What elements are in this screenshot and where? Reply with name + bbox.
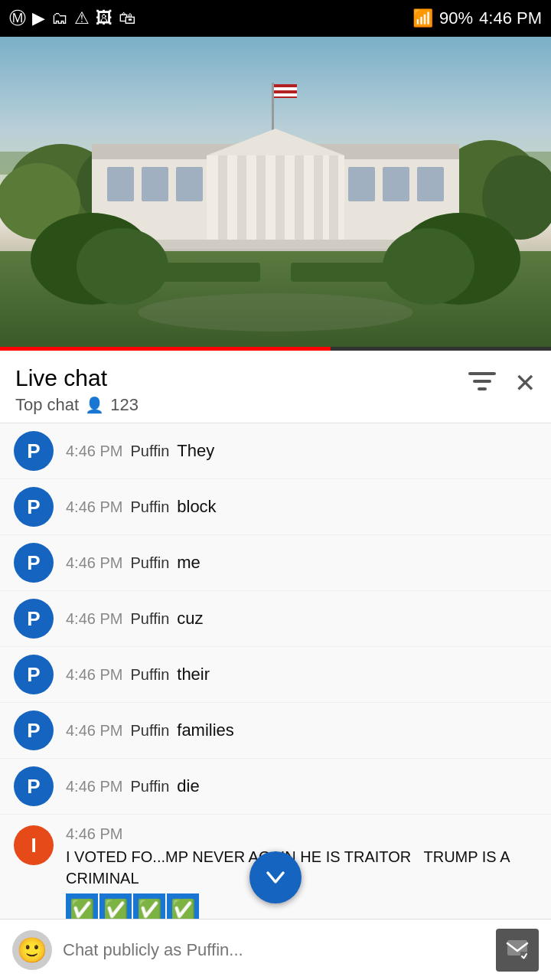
chat-item-6: P 4:46 PM Puffin families	[0, 703, 551, 759]
chat-message-1: They	[177, 441, 214, 461]
svg-rect-29	[153, 240, 398, 249]
livechat-header-left: Live chat Top chat 👤 123	[15, 364, 139, 415]
livechat-subtitle: Top chat 👤 123	[15, 395, 139, 415]
app-icon-bag: 🛍	[119, 8, 135, 28]
chat-item-3: P 4:46 PM Puffin me	[0, 535, 551, 591]
chat-time-1: 4:46 PM	[66, 443, 122, 460]
app-icon-warning: ⚠	[74, 8, 90, 28]
chat-user-1: Puffin	[130, 443, 169, 460]
svg-rect-25	[176, 167, 203, 201]
chat-meta-6: 4:46 PM Puffin families	[66, 720, 537, 740]
chat-user-4: Puffin	[130, 610, 169, 628]
svg-rect-18	[256, 155, 266, 240]
chat-time-6: 4:46 PM	[66, 722, 122, 740]
chat-user-6: Puffin	[130, 722, 169, 740]
chat-message-8: I VOTED FO...MP NEVER AGAIN HE IS TRAITO…	[66, 846, 537, 889]
svg-rect-19	[276, 155, 285, 240]
svg-rect-41	[478, 387, 487, 390]
svg-rect-37	[153, 263, 260, 282]
chat-message-3: me	[177, 553, 201, 573]
chat-user-5: Puffin	[130, 666, 169, 684]
svg-rect-16	[218, 155, 227, 240]
svg-rect-26	[348, 167, 375, 201]
app-icon-youtube: ▶	[32, 8, 45, 28]
chat-meta-3: 4:46 PM Puffin me	[66, 553, 537, 573]
svg-rect-40	[473, 380, 491, 383]
status-bar: Ⓜ ▶ 🗂 ⚠ 🖼 🛍 📶 90% 4:46 PM	[0, 0, 551, 37]
chat-time-5: 4:46 PM	[66, 666, 122, 684]
chat-message-5: their	[177, 665, 210, 684]
chat-item-2: P 4:46 PM Puffin block	[0, 479, 551, 535]
chat-message-2: block	[177, 497, 216, 517]
svg-rect-39	[468, 372, 496, 375]
chat-time-3: 4:46 PM	[66, 554, 122, 572]
chat-time-8: 4:46 PM	[66, 825, 122, 843]
viewer-count: 123	[110, 395, 139, 415]
chat-meta-8: 4:46 PM I VOTED FO...MP NEVER AGAIN HE I…	[66, 825, 537, 926]
chat-item-7: P 4:46 PM Puffin die	[0, 759, 551, 815]
chat-meta-4: 4:46 PM Puffin cuz	[66, 609, 537, 629]
chat-input[interactable]	[63, 930, 485, 970]
avatar-i: I	[14, 825, 54, 865]
send-button[interactable]	[496, 929, 539, 972]
app-icon-image: 🖼	[96, 8, 112, 28]
svg-rect-5	[274, 90, 297, 93]
chat-time-4: 4:46 PM	[66, 610, 122, 628]
livechat-header: Live chat Top chat 👤 123 ✕	[0, 351, 551, 423]
clock: 4:46 PM	[479, 8, 542, 28]
chat-time-7: 4:46 PM	[66, 778, 122, 795]
status-icons-left: Ⓜ ▶ 🗂 ⚠ 🖼 🛍	[9, 7, 135, 30]
avatar-puffin-6: P	[14, 710, 54, 750]
video-progress-bar[interactable]	[0, 347, 551, 351]
chat-time-2: 4:46 PM	[66, 498, 122, 516]
chat-meta-2: 4:46 PM Puffin block	[66, 497, 537, 517]
video-scene	[0, 37, 551, 347]
avatar-puffin-5: P	[14, 655, 54, 694]
close-button[interactable]: ✕	[514, 368, 536, 398]
video-progress-fill	[0, 347, 331, 351]
svg-rect-38	[291, 263, 398, 282]
chat-message-4: cuz	[177, 609, 203, 629]
status-right: 📶 90% 4:46 PM	[412, 8, 542, 28]
viewer-icon: 👤	[85, 396, 104, 414]
avatar-puffin-7: P	[14, 766, 54, 806]
chat-user-7: Puffin	[130, 778, 169, 795]
wifi-icon: 📶	[412, 8, 433, 28]
avatar-puffin-1: P	[14, 431, 54, 471]
livechat-title: Live chat	[15, 364, 139, 392]
chat-meta-7: 4:46 PM Puffin die	[66, 776, 537, 796]
chat-item-5: P 4:46 PM Puffin their	[0, 647, 551, 703]
avatar-puffin-4: P	[14, 599, 54, 639]
video-player[interactable]	[0, 37, 551, 347]
chat-user-2: Puffin	[130, 498, 169, 516]
top-chat-label: Top chat	[15, 395, 79, 415]
app-icon-m: Ⓜ	[9, 7, 26, 30]
chat-user-3: Puffin	[130, 554, 169, 572]
svg-rect-23	[107, 167, 134, 201]
svg-rect-17	[237, 155, 246, 240]
avatar-puffin-3: P	[14, 543, 54, 583]
svg-rect-28	[417, 167, 444, 201]
chat-meta-5: 4:46 PM Puffin their	[66, 665, 537, 684]
svg-rect-21	[314, 155, 323, 240]
svg-rect-6	[274, 93, 297, 96]
svg-rect-22	[329, 155, 338, 240]
battery-text: 90%	[439, 8, 473, 28]
svg-rect-24	[142, 167, 168, 201]
app-icon-files: 🗂	[51, 8, 68, 28]
svg-rect-2	[272, 83, 274, 136]
chat-item-4: P 4:46 PM Puffin cuz	[0, 591, 551, 647]
chat-input-bar: 🙂	[0, 919, 551, 980]
chat-message-6: families	[177, 720, 234, 740]
chat-item-1: P 4:46 PM Puffin They	[0, 423, 551, 479]
emoji-button[interactable]: 🙂	[12, 930, 52, 970]
svg-rect-4	[274, 87, 297, 90]
chat-meta-1: 4:46 PM Puffin They	[66, 441, 537, 461]
chat-message-7: die	[177, 776, 199, 796]
avatar-puffin-2: P	[14, 487, 54, 527]
svg-rect-27	[383, 167, 409, 201]
svg-point-32	[138, 293, 413, 332]
livechat-header-right: ✕	[467, 364, 536, 398]
scroll-down-button[interactable]	[249, 851, 302, 903]
filter-button[interactable]	[467, 369, 497, 397]
